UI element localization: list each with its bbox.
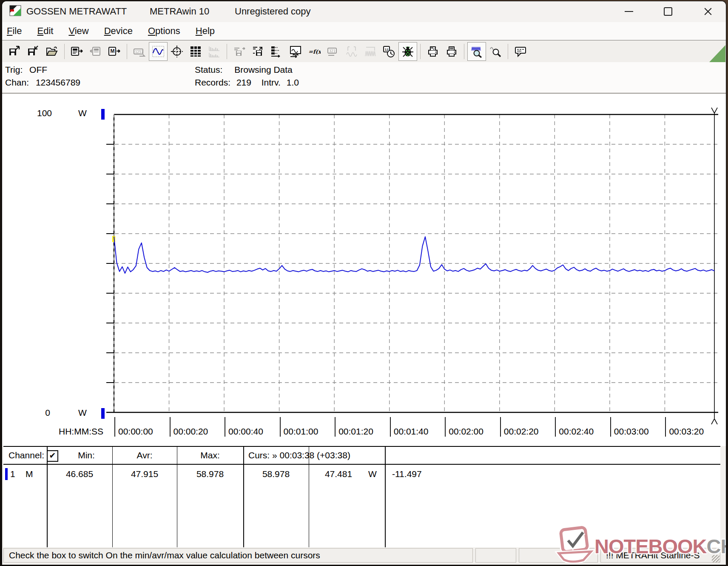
min-column-header: Min:	[60, 450, 112, 460]
formula-button[interactable]: =f(x)	[305, 42, 324, 61]
svg-text:1257: 1257	[135, 50, 143, 54]
memory-read-icon: M	[108, 45, 121, 58]
zoom-signal-button[interactable]	[467, 42, 486, 61]
statusbar-hint: Check the box to switch On the min/avr/m…	[3, 548, 473, 563]
statusbar-device: !!! METRAHit Starline-S	[600, 548, 720, 563]
store-data-button[interactable]	[249, 42, 267, 61]
time-tick	[335, 417, 336, 437]
time-tick	[665, 417, 666, 437]
channel-mode: M	[26, 469, 33, 479]
menu-edit[interactable]: Edit	[37, 26, 53, 37]
statusbar-segment-empty-1	[475, 548, 516, 563]
statusbar-segment-empty-2	[519, 548, 598, 563]
menu-file[interactable]: File	[7, 26, 22, 37]
meter-read-icon	[71, 45, 83, 58]
debug-button[interactable]	[398, 42, 417, 61]
svg-text:M: M	[111, 48, 115, 54]
avr-column-header: Avr:	[112, 450, 177, 460]
zoom-wave-icon	[470, 45, 483, 58]
interval-label: Intrv.	[262, 77, 281, 87]
time-tick	[610, 417, 611, 437]
channels-value: 123456789	[36, 77, 80, 87]
maximize-button[interactable]	[656, 3, 680, 20]
read-memory-button[interactable]: M	[105, 42, 124, 61]
hint-button[interactable]	[511, 42, 530, 61]
cursor1-value: 58.978	[243, 469, 309, 479]
time-tick	[445, 417, 446, 437]
lcd-digits2-icon: 321	[327, 45, 339, 58]
table-header-row: Channel: ✔ Min: Avr: Max: Curs: » 00:03:…	[3, 447, 720, 465]
bug-icon	[401, 45, 414, 58]
max-column-header: Max:	[177, 450, 243, 460]
channel-setup-button[interactable]	[267, 42, 286, 61]
time-tick	[390, 417, 391, 437]
avr-value: 47.915	[112, 469, 177, 479]
time-tick-label: 00:01:40	[394, 426, 429, 437]
speech-note-icon	[514, 45, 527, 58]
folder-open-icon	[46, 45, 58, 58]
numeric-view-button: 1257	[130, 42, 149, 61]
time-log-button[interactable]: 12	[380, 42, 398, 61]
cursor-column-header: Curs: » 00:03:38 (+03:38)	[248, 450, 350, 460]
y-axis-top-marker	[101, 109, 105, 120]
max-value: 58.978	[177, 469, 243, 479]
export-data-button	[230, 42, 249, 61]
save-button[interactable]	[24, 42, 43, 61]
toolbar-separator	[464, 44, 464, 59]
zoom-glass-icon	[489, 45, 502, 58]
table-view-button[interactable]	[186, 42, 205, 61]
printer-icon	[445, 45, 458, 58]
toolbar: M1257=f(x)32112	[2, 40, 726, 62]
read-device-button[interactable]	[68, 42, 86, 61]
wave-chart-icon	[152, 45, 165, 58]
meter-send-icon	[89, 45, 102, 58]
app-name-title: METRAwin 10	[150, 6, 209, 17]
time-tick-label: 00:00:00	[118, 426, 153, 437]
menu-help[interactable]: Help	[196, 26, 215, 37]
channel-stats-table: Channel: ✔ Min: Avr: Max: Curs: » 00:03:…	[3, 446, 720, 547]
menu-bar: FileEditViewDeviceOptionsHelp	[2, 22, 726, 40]
time-tick-label: 00:03:00	[614, 426, 649, 437]
app-window: GOSSEN METRAWATT METRAwin 10 Unregistere…	[2, 1, 726, 565]
records-label: Records:	[195, 77, 230, 87]
save-as-button[interactable]	[5, 42, 24, 61]
close-icon	[704, 7, 712, 16]
time-tick-label: 00:03:20	[669, 426, 704, 437]
time-tick	[280, 417, 281, 437]
power-time-chart[interactable]	[2, 94, 726, 447]
close-button[interactable]	[696, 3, 720, 20]
floppy-out-icon	[8, 45, 21, 58]
cursor-view-button[interactable]	[168, 42, 186, 61]
time-tick-label: 00:00:20	[173, 426, 208, 437]
time-tick-label: 00:02:20	[504, 426, 539, 437]
clock-meter-icon: 12	[383, 45, 395, 58]
toolbar-separator	[64, 44, 65, 59]
live-monitor-button[interactable]	[286, 42, 305, 61]
toolbar-separator	[508, 44, 508, 59]
menu-view[interactable]: View	[68, 26, 88, 37]
histogram-view-button	[205, 42, 224, 61]
crosshair-icon	[171, 45, 183, 58]
disk-device-icon	[252, 45, 264, 58]
toolbar-separator	[420, 44, 421, 59]
menu-options[interactable]: Options	[148, 26, 180, 37]
print-preview-button[interactable]	[424, 42, 442, 61]
menu-device[interactable]: Device	[104, 26, 133, 37]
app-icon	[9, 5, 21, 17]
toolbar-corner-grip	[709, 45, 725, 62]
license-status: Unregistered copy	[235, 6, 311, 17]
chart-panel: 100 W 0 W HH:MM:SS 00:00:0000:00:2000:00…	[2, 93, 726, 446]
channel-column-header: Channel:	[9, 450, 44, 460]
table-row: 1 M 46.685 47.915 58.978 58.978 47.481 W…	[3, 467, 720, 482]
status-label: Status:	[195, 65, 222, 74]
open-button[interactable]	[43, 42, 61, 61]
chart-view-button[interactable]	[149, 42, 168, 61]
maximize-icon	[664, 7, 672, 16]
resize-grip[interactable]	[712, 555, 719, 563]
zoom-reset-button[interactable]	[486, 42, 505, 61]
time-axis-format-label: HH:MM:SS	[59, 426, 103, 437]
print-button[interactable]	[442, 42, 461, 61]
min-avr-max-between-cursors-checkbox[interactable]: ✔	[47, 450, 58, 462]
minimize-button[interactable]	[617, 3, 641, 20]
send-device-button	[86, 42, 105, 61]
